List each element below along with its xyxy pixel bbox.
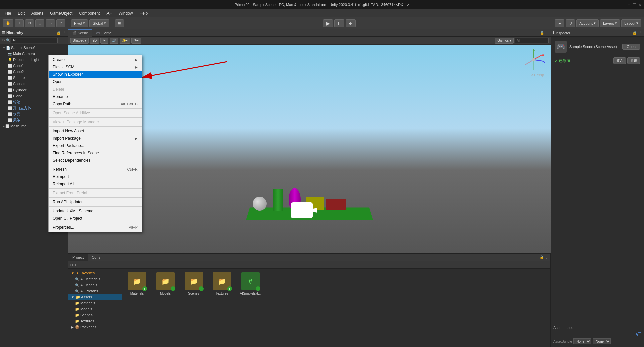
ctx-reimport-all[interactable]: Reimport All xyxy=(49,180,142,188)
ctx-import-package[interactable]: Import Package ▶ xyxy=(49,135,142,142)
open-asset-button[interactable]: Open xyxy=(622,44,640,50)
ctx-run-api-updater[interactable]: Run API Updater... xyxy=(49,198,142,206)
tree-item-samplescene[interactable]: ▼ 📄 SampleScene* xyxy=(0,45,68,51)
file-item-scenes[interactable]: 📁 + Scenes xyxy=(182,272,205,295)
file-item-models[interactable]: 📁 + Models xyxy=(154,272,177,295)
tab-scene[interactable]: 🎬 Scene xyxy=(68,29,92,37)
2d-button[interactable]: 2D xyxy=(90,38,99,44)
scene-panel-lock[interactable]: 🔒 xyxy=(540,31,544,35)
audio-button[interactable]: 🔊 xyxy=(110,38,118,44)
hierarchy-menu-icon[interactable]: ⋮ xyxy=(62,31,66,35)
ctx-import-new-asset[interactable]: Import New Asset... xyxy=(49,127,142,135)
hierarchy-icons[interactable]: 🔒 ⋮ xyxy=(56,31,66,35)
cloud-button[interactable]: ⬡ xyxy=(566,19,575,27)
layers-button[interactable]: Layers ▾ xyxy=(600,19,620,27)
menu-help[interactable]: Help xyxy=(136,10,151,16)
project-item-materials[interactable]: 📁 Materials xyxy=(68,300,122,306)
hand-tool-button[interactable]: ✋ xyxy=(3,19,13,27)
ctx-select-dependencies[interactable]: Select Dependencies xyxy=(49,157,142,164)
menu-window[interactable]: Window xyxy=(115,10,136,16)
menu-gameobject[interactable]: GameObject xyxy=(47,10,76,16)
file-item-textures[interactable]: 📁 + Textures xyxy=(210,272,234,295)
asset-labels-icon[interactable]: 🏷 xyxy=(636,331,641,337)
lighting-button[interactable]: ☀ xyxy=(100,38,108,44)
ctx-plastic-scm[interactable]: Plastic SCM ▶ xyxy=(49,63,142,71)
tab-game[interactable]: 🎮 Game xyxy=(92,29,116,37)
sign-in-button[interactable]: 签入 xyxy=(613,57,626,64)
tab-project[interactable]: Project xyxy=(68,254,88,261)
close-button[interactable]: × xyxy=(639,2,641,7)
scale-tool-button[interactable]: ⊞ xyxy=(35,19,44,27)
layout-button[interactable]: Layout ▾ xyxy=(621,19,641,27)
pause-button[interactable]: ⏸ xyxy=(334,19,344,27)
asset-bundle-select-1[interactable]: None xyxy=(573,338,591,344)
pivot-button[interactable]: Pivot ▾ xyxy=(71,19,88,27)
ctx-open[interactable]: Open xyxy=(49,78,142,85)
move-tool-button[interactable]: ✛ xyxy=(15,19,24,27)
menu-af[interactable]: AF xyxy=(103,10,115,16)
maximize-button[interactable]: □ xyxy=(633,2,636,7)
revoke-button[interactable]: 撤销 xyxy=(627,57,640,64)
inspector-lock-icon[interactable]: 🔒 xyxy=(632,31,637,35)
transform-tool-button[interactable]: ⊕ xyxy=(56,19,65,27)
project-item-allmaterials[interactable]: 🔍 All Materials xyxy=(68,276,122,282)
inspector-menu-icon[interactable]: ⋮ xyxy=(638,31,642,35)
scene-search-input[interactable] xyxy=(515,38,549,43)
ctx-find-references[interactable]: Find References In Scene xyxy=(49,149,142,157)
ctx-show-in-explorer[interactable]: Show in Explorer xyxy=(49,71,142,78)
ctx-refresh[interactable]: Refresh Ctrl+R xyxy=(49,166,142,173)
file-item-materials[interactable]: 📁 + Materials xyxy=(125,272,149,295)
account-button[interactable]: Account ▾ xyxy=(576,19,599,27)
menu-component[interactable]: Component xyxy=(76,10,103,16)
project-item-favorites[interactable]: ▼ ★ Favorites xyxy=(68,270,122,276)
window-controls[interactable]: − □ × xyxy=(628,2,641,7)
project-item-models[interactable]: 📁 Models xyxy=(68,306,122,312)
step-button[interactable]: ⏭ xyxy=(346,19,356,27)
ctx-reimport[interactable]: Reimport xyxy=(49,173,142,180)
inspector-asset-name: Sample Scene (Scene Asset) xyxy=(569,45,617,49)
global-button[interactable]: Global ▾ xyxy=(89,19,109,27)
add-icon[interactable]: +▾ xyxy=(1,38,5,42)
project-panel-lock[interactable]: 🔒 xyxy=(540,255,544,259)
ctx-copy-path[interactable]: Copy Path Alt+Ctrl+C xyxy=(49,100,142,108)
file-item-afsimple[interactable]: # + AfSimpleExt... xyxy=(239,272,262,295)
shading-mode-button[interactable]: Shaded ▾ xyxy=(70,38,89,44)
scene-vis-button[interactable]: 👁▾ xyxy=(131,38,141,44)
ctx-export-package[interactable]: Export Package... xyxy=(49,142,142,149)
scene-gizmo[interactable] xyxy=(522,48,546,71)
collab-button[interactable]: ☁ xyxy=(555,19,564,27)
asset-bundle-label: AssetBundle xyxy=(553,340,572,343)
ctx-properties[interactable]: Properties... Alt+P xyxy=(49,224,142,231)
hierarchy-lock-icon[interactable]: 🔒 xyxy=(56,31,61,35)
menu-assets[interactable]: Assets xyxy=(28,10,47,16)
gizmos-button[interactable]: Gizmos ▾ xyxy=(495,38,514,44)
menu-file[interactable]: File xyxy=(1,10,14,16)
project-panel-menu[interactable]: ⋮ xyxy=(545,255,548,259)
ctx-rename[interactable]: Rename xyxy=(49,93,142,100)
tab-console[interactable]: Cons... xyxy=(88,254,108,261)
project-item-textures[interactable]: 📁 Textures xyxy=(68,318,122,324)
afsimple-file-name: AfSimpleExt... xyxy=(240,292,261,295)
ctx-open-csharp[interactable]: Open C# Project xyxy=(49,215,142,222)
add-folder-btn[interactable]: +▾ xyxy=(70,263,73,267)
ctx-create[interactable]: Create ▶ xyxy=(49,56,142,63)
minimize-button[interactable]: − xyxy=(628,2,630,7)
hierarchy-search-input[interactable] xyxy=(11,38,58,43)
ctx-update-uxml-schema[interactable]: Update UXML Schema xyxy=(49,207,142,215)
project-item-allmodels[interactable]: 🔍 All Models xyxy=(68,282,122,288)
assets-label: Assets xyxy=(81,295,92,299)
project-item-allprefabs[interactable]: 🔍 All Prefabs xyxy=(68,288,122,294)
project-item-packages[interactable]: ▶ 📦 Packages xyxy=(68,324,122,330)
settings-btn[interactable]: ▾ xyxy=(75,263,76,267)
rotate-tool-button[interactable]: ↻ xyxy=(25,19,34,27)
menu-edit[interactable]: Edit xyxy=(14,10,28,16)
project-item-scenes[interactable]: 📁 Scenes xyxy=(68,312,122,318)
rect-tool-button[interactable]: ▭ xyxy=(46,19,55,27)
menubar: File Edit Assets GameObject Component AF… xyxy=(0,9,644,17)
scene-panel-menu[interactable]: ⋮ xyxy=(545,31,549,35)
play-button[interactable]: ▶ xyxy=(323,19,333,27)
asset-bundle-select-2[interactable]: None xyxy=(593,338,611,344)
fx-button[interactable]: ✨▾ xyxy=(120,38,130,44)
snap-button[interactable]: ⊞ xyxy=(115,19,124,27)
project-item-assets[interactable]: ▼ 📁 Assets xyxy=(68,294,122,300)
